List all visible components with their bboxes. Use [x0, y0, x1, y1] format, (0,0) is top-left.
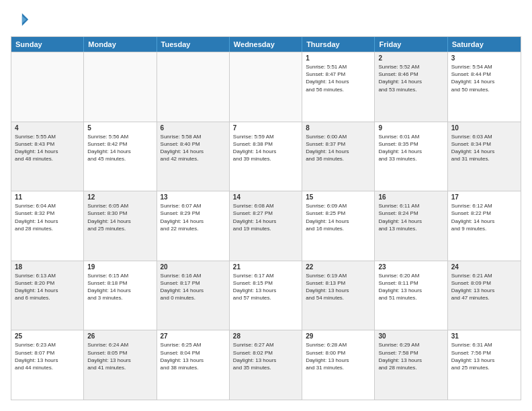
calendar-row-3: 18Sunrise: 6:13 AM Sunset: 8:20 PM Dayli…: [11, 261, 521, 330]
day-info: Sunrise: 6:08 AM Sunset: 8:27 PM Dayligh…: [233, 202, 298, 232]
day-info: Sunrise: 6:19 AM Sunset: 8:13 PM Dayligh…: [306, 272, 371, 302]
day-number: 29: [306, 332, 371, 340]
day-info: Sunrise: 6:20 AM Sunset: 8:11 PM Dayligh…: [378, 272, 443, 302]
day-cell-16: 16Sunrise: 6:11 AM Sunset: 8:24 PM Dayli…: [375, 191, 447, 261]
day-info: Sunrise: 6:25 AM Sunset: 8:04 PM Dayligh…: [161, 341, 226, 371]
day-info: Sunrise: 6:28 AM Sunset: 8:00 PM Dayligh…: [306, 341, 371, 371]
day-header-sunday: Sunday: [11, 37, 84, 52]
day-cell-1: 1Sunrise: 5:51 AM Sunset: 8:47 PM Daylig…: [302, 52, 375, 122]
day-cell-17: 17Sunrise: 6:12 AM Sunset: 8:22 PM Dayli…: [448, 191, 521, 261]
day-cell-24: 24Sunrise: 6:21 AM Sunset: 8:09 PM Dayli…: [448, 261, 521, 330]
day-header-thursday: Thursday: [302, 37, 375, 52]
day-info: Sunrise: 6:29 AM Sunset: 7:58 PM Dayligh…: [378, 341, 443, 371]
day-cell-13: 13Sunrise: 6:07 AM Sunset: 8:29 PM Dayli…: [157, 191, 230, 261]
day-cell-27: 27Sunrise: 6:25 AM Sunset: 8:04 PM Dayli…: [157, 330, 230, 400]
day-cell-10: 10Sunrise: 6:03 AM Sunset: 8:34 PM Dayli…: [448, 122, 521, 191]
day-cell-29: 29Sunrise: 6:28 AM Sunset: 8:00 PM Dayli…: [302, 330, 375, 400]
calendar-header: SundayMondayTuesdayWednesdayThursdayFrid…: [11, 37, 521, 52]
empty-cell: [11, 52, 84, 122]
header: [11, 11, 521, 30]
day-cell-12: 12Sunrise: 6:05 AM Sunset: 8:30 PM Dayli…: [84, 191, 157, 261]
day-number: 9: [378, 124, 443, 132]
day-info: Sunrise: 5:58 AM Sunset: 8:40 PM Dayligh…: [161, 133, 226, 163]
page: SundayMondayTuesdayWednesdayThursdayFrid…: [0, 0, 532, 411]
empty-cell: [84, 52, 157, 122]
day-number: 18: [15, 263, 80, 271]
day-info: Sunrise: 6:16 AM Sunset: 8:17 PM Dayligh…: [161, 272, 226, 302]
day-cell-14: 14Sunrise: 6:08 AM Sunset: 8:27 PM Dayli…: [230, 191, 302, 261]
day-number: 17: [451, 193, 517, 201]
day-cell-11: 11Sunrise: 6:04 AM Sunset: 8:32 PM Dayli…: [11, 191, 84, 261]
day-cell-8: 8Sunrise: 6:00 AM Sunset: 8:37 PM Daylig…: [302, 122, 375, 191]
day-cell-25: 25Sunrise: 6:23 AM Sunset: 8:07 PM Dayli…: [11, 330, 84, 400]
day-cell-22: 22Sunrise: 6:19 AM Sunset: 8:13 PM Dayli…: [302, 261, 375, 330]
day-number: 26: [87, 332, 152, 340]
day-cell-2: 2Sunrise: 5:52 AM Sunset: 8:46 PM Daylig…: [375, 52, 447, 122]
day-cell-20: 20Sunrise: 6:16 AM Sunset: 8:17 PM Dayli…: [157, 261, 230, 330]
day-number: 23: [378, 263, 443, 271]
day-number: 13: [161, 193, 226, 201]
calendar: SundayMondayTuesdayWednesdayThursdayFrid…: [11, 36, 521, 400]
logo-icon: [11, 11, 30, 30]
day-info: Sunrise: 6:17 AM Sunset: 8:15 PM Dayligh…: [233, 272, 298, 302]
day-info: Sunrise: 5:52 AM Sunset: 8:46 PM Dayligh…: [378, 63, 443, 93]
empty-cell: [157, 52, 230, 122]
day-cell-21: 21Sunrise: 6:17 AM Sunset: 8:15 PM Dayli…: [230, 261, 302, 330]
day-cell-26: 26Sunrise: 6:24 AM Sunset: 8:05 PM Dayli…: [84, 330, 157, 400]
day-info: Sunrise: 6:23 AM Sunset: 8:07 PM Dayligh…: [15, 341, 80, 371]
day-header-monday: Monday: [84, 37, 157, 52]
day-info: Sunrise: 5:54 AM Sunset: 8:44 PM Dayligh…: [451, 63, 517, 93]
day-number: 19: [87, 263, 152, 271]
day-header-tuesday: Tuesday: [157, 37, 230, 52]
calendar-row-4: 25Sunrise: 6:23 AM Sunset: 8:07 PM Dayli…: [11, 330, 521, 400]
empty-cell: [230, 52, 302, 122]
day-number: 31: [451, 332, 517, 340]
day-info: Sunrise: 6:01 AM Sunset: 8:35 PM Dayligh…: [378, 133, 443, 163]
day-info: Sunrise: 6:03 AM Sunset: 8:34 PM Dayligh…: [451, 133, 517, 163]
day-cell-5: 5Sunrise: 5:56 AM Sunset: 8:42 PM Daylig…: [84, 122, 157, 191]
day-info: Sunrise: 6:00 AM Sunset: 8:37 PM Dayligh…: [306, 133, 371, 163]
day-cell-7: 7Sunrise: 5:59 AM Sunset: 8:38 PM Daylig…: [230, 122, 302, 191]
calendar-body: 1Sunrise: 5:51 AM Sunset: 8:47 PM Daylig…: [11, 52, 521, 400]
day-header-friday: Friday: [375, 37, 447, 52]
day-number: 21: [233, 263, 298, 271]
day-header-saturday: Saturday: [448, 37, 521, 52]
day-info: Sunrise: 6:13 AM Sunset: 8:20 PM Dayligh…: [15, 272, 80, 302]
day-number: 10: [451, 124, 517, 132]
day-info: Sunrise: 6:24 AM Sunset: 8:05 PM Dayligh…: [87, 341, 152, 371]
day-info: Sunrise: 5:55 AM Sunset: 8:43 PM Dayligh…: [15, 133, 80, 163]
day-cell-3: 3Sunrise: 5:54 AM Sunset: 8:44 PM Daylig…: [448, 52, 521, 122]
day-number: 15: [306, 193, 371, 201]
day-info: Sunrise: 5:59 AM Sunset: 8:38 PM Dayligh…: [233, 133, 298, 163]
day-info: Sunrise: 6:04 AM Sunset: 8:32 PM Dayligh…: [15, 202, 80, 232]
day-info: Sunrise: 6:15 AM Sunset: 8:18 PM Dayligh…: [87, 272, 152, 302]
day-info: Sunrise: 6:05 AM Sunset: 8:30 PM Dayligh…: [87, 202, 152, 232]
day-number: 1: [306, 54, 371, 62]
day-info: Sunrise: 6:11 AM Sunset: 8:24 PM Dayligh…: [378, 202, 443, 232]
day-number: 5: [87, 124, 152, 132]
day-number: 20: [161, 263, 226, 271]
day-number: 4: [15, 124, 80, 132]
day-cell-18: 18Sunrise: 6:13 AM Sunset: 8:20 PM Dayli…: [11, 261, 84, 330]
day-info: Sunrise: 5:56 AM Sunset: 8:42 PM Dayligh…: [87, 133, 152, 163]
day-number: 30: [378, 332, 443, 340]
day-cell-28: 28Sunrise: 6:27 AM Sunset: 8:02 PM Dayli…: [230, 330, 302, 400]
day-cell-9: 9Sunrise: 6:01 AM Sunset: 8:35 PM Daylig…: [375, 122, 447, 191]
day-info: Sunrise: 5:51 AM Sunset: 8:47 PM Dayligh…: [306, 63, 371, 93]
day-number: 14: [233, 193, 298, 201]
day-number: 3: [451, 54, 517, 62]
day-info: Sunrise: 6:27 AM Sunset: 8:02 PM Dayligh…: [233, 341, 298, 371]
day-info: Sunrise: 6:07 AM Sunset: 8:29 PM Dayligh…: [161, 202, 226, 232]
day-info: Sunrise: 6:31 AM Sunset: 7:56 PM Dayligh…: [451, 341, 517, 371]
day-cell-6: 6Sunrise: 5:58 AM Sunset: 8:40 PM Daylig…: [157, 122, 230, 191]
day-cell-15: 15Sunrise: 6:09 AM Sunset: 8:25 PM Dayli…: [302, 191, 375, 261]
day-number: 2: [378, 54, 443, 62]
day-number: 24: [451, 263, 517, 271]
day-cell-30: 30Sunrise: 6:29 AM Sunset: 7:58 PM Dayli…: [375, 330, 447, 400]
day-header-wednesday: Wednesday: [230, 37, 302, 52]
day-cell-23: 23Sunrise: 6:20 AM Sunset: 8:11 PM Dayli…: [375, 261, 447, 330]
day-number: 28: [233, 332, 298, 340]
day-info: Sunrise: 6:21 AM Sunset: 8:09 PM Dayligh…: [451, 272, 517, 302]
day-number: 7: [233, 124, 298, 132]
calendar-row-0: 1Sunrise: 5:51 AM Sunset: 8:47 PM Daylig…: [11, 52, 521, 122]
